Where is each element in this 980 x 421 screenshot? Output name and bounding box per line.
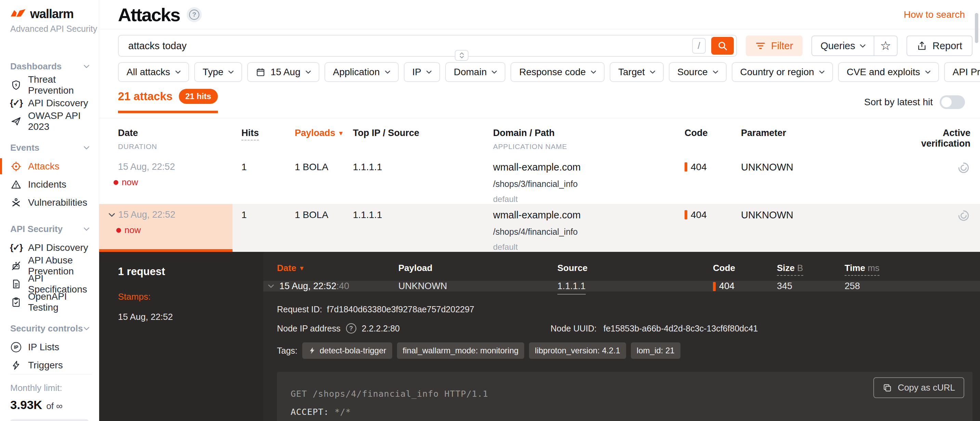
page-title: Attacks: [118, 4, 180, 25]
hits-badge: 21 hits: [179, 89, 218, 104]
tags-label: Tags:: [277, 346, 298, 356]
sidebar-item-api-discovery-2[interactable]: {✓} API Discovery: [10, 238, 99, 257]
sort-toggle-label: Sort by latest hit: [864, 97, 933, 108]
filter-chip-application[interactable]: Application: [325, 62, 399, 82]
requests-count: 1 request: [118, 265, 263, 278]
filter-chip-api-protocols[interactable]: API Protocols: [944, 62, 980, 82]
attack-row-1[interactable]: 15 Aug, 22:52 now 1 1 BOLA 1.1.1.1 wmall…: [99, 156, 980, 204]
col-request-size[interactable]: Size B: [777, 263, 803, 276]
help-icon[interactable]: ?: [187, 7, 202, 22]
request-row[interactable]: 15 Aug, 22:52:40 UNKNOWN 1.1.1.1 404 345…: [263, 281, 980, 291]
tag-final-wallarm-mode[interactable]: final_wallarm_mode: monitoring: [397, 342, 525, 359]
col-code: Code: [684, 128, 708, 138]
active-verification-icon[interactable]: [958, 156, 980, 204]
sidebar-item-attacks[interactable]: Attacks: [10, 157, 99, 175]
sidebar-item-threat-prevention[interactable]: Threat Prevention: [10, 76, 99, 94]
collapse-chevron-icon[interactable]: [268, 284, 274, 288]
chevron-down-icon: [492, 70, 497, 74]
filter-chip-target[interactable]: Target: [610, 62, 664, 82]
sidebar-item-owasp-api-2023[interactable]: OWASP API 2023: [10, 112, 99, 130]
sidebar-item-vulnerabilities[interactable]: Vulnerabilities: [10, 194, 99, 211]
attack-top-ip: 1.1.1.1: [349, 204, 485, 252]
http-request-line: GET /shops/4/financial_info HTTP/1.1: [291, 389, 488, 399]
question-circle-icon[interactable]: ?: [346, 323, 356, 334]
sidebar-item-incidents[interactable]: Incidents: [10, 175, 99, 194]
attacks-table-header: Date DURATION Hits Payloads ▼ Top IP / S…: [99, 118, 980, 156]
attack-code: 404: [677, 156, 733, 204]
ip-circle-icon: IP: [10, 342, 22, 353]
page-scrollbar-thumb[interactable]: [975, 13, 978, 43]
stamps-label[interactable]: Stamps:: [118, 291, 263, 302]
collapse-chevron-icon[interactable]: [109, 213, 115, 217]
col-payloads-sorted[interactable]: Payloads ▼: [295, 128, 344, 138]
export-icon: [917, 41, 927, 51]
tag-libproton-version[interactable]: libproton_version: 4.2.1: [529, 342, 626, 359]
search-toolbar: / Filter Queries ☆ Report: [99, 29, 980, 57]
filter-chip-response-code[interactable]: Response code: [511, 62, 605, 82]
filter-chip-domain[interactable]: Domain: [445, 62, 505, 82]
active-verification-icon[interactable]: [958, 204, 980, 252]
monthly-limit-panel: Monthly limit: 3.93K of ∞: [10, 374, 92, 421]
results-summary-row: 21 attacks 21 hits Sort by latest hit: [99, 87, 980, 118]
live-dot-icon: [113, 180, 118, 185]
filter-chip-source[interactable]: Source: [669, 62, 727, 82]
section-events[interactable]: Events: [10, 138, 99, 157]
section-api-security[interactable]: API Security: [10, 220, 99, 238]
attacks-count-tab[interactable]: 21 attacks 21 hits: [118, 89, 218, 113]
search-resize-handle[interactable]: [455, 50, 468, 61]
filter-chip-cve[interactable]: CVE and exploits: [838, 62, 939, 82]
wallarm-logo[interactable]: wallarm: [10, 7, 99, 21]
col-request-time[interactable]: Time ms: [845, 263, 880, 276]
section-dashboards[interactable]: Dashboards: [10, 57, 99, 76]
tag-detect-bola-trigger[interactable]: detect-bola-trigger: [302, 342, 392, 359]
search-box: /: [118, 35, 737, 57]
chevron-down-icon: [925, 70, 931, 74]
sidebar-item-api-discovery[interactable]: {✓} API Discovery: [10, 94, 99, 112]
attack-path: /shops/4/financial_info: [485, 227, 677, 237]
col-request-source: Source: [557, 263, 713, 273]
sort-by-latest-hit-toggle[interactable]: [940, 95, 965, 109]
paper-plane-icon: [10, 116, 22, 127]
attack-row-2-selected[interactable]: 15 Aug, 22:52 now 1 1 BOLA 1.1.1.1 wmall…: [99, 204, 980, 252]
sidebar: wallarm Advanced API Security Dashboards…: [0, 0, 99, 421]
queries-button[interactable]: Queries: [812, 36, 874, 56]
copy-as-curl-button[interactable]: Copy as cURL: [873, 377, 964, 398]
report-button[interactable]: Report: [907, 35, 972, 56]
filter-chips-row: All attacks Type 15 Aug Application IP D…: [99, 57, 980, 82]
col-request-code: Code: [713, 263, 777, 273]
search-input[interactable]: [128, 40, 692, 52]
filter-chip-date[interactable]: 15 Aug: [247, 62, 319, 82]
chevron-down-icon: [713, 70, 718, 74]
search-button[interactable]: [711, 37, 734, 55]
section-security-controls[interactable]: Security controls: [10, 319, 99, 338]
freshness-indicator: now: [113, 177, 232, 187]
attack-payloads: 1 BOLA: [291, 156, 349, 204]
col-application-name: APPLICATION NAME: [493, 143, 677, 151]
col-request-date-sorted[interactable]: Date ▼: [263, 263, 398, 273]
sidebar-item-api-specifications[interactable]: API Specifications: [10, 275, 99, 293]
favorite-star-button[interactable]: ☆: [874, 36, 897, 56]
attack-path: /shops/3/financial_info: [485, 179, 677, 189]
sidebar-item-api-abuse-prevention[interactable]: API Abuse Prevention: [10, 257, 99, 275]
filter-chip-country[interactable]: Country or region: [732, 62, 833, 82]
filter-chip-ip[interactable]: IP: [404, 62, 440, 82]
stamp-value: 15 Aug, 22:52: [118, 311, 263, 322]
chevron-down-icon: [84, 327, 89, 330]
sidebar-item-triggers[interactable]: Triggers: [10, 356, 99, 374]
copy-icon: [883, 383, 892, 392]
chevron-down-icon: [385, 70, 390, 74]
sidebar-item-openapi-testing[interactable]: OpenAPI Testing: [10, 293, 99, 311]
col-hits[interactable]: Hits: [242, 128, 259, 140]
col-parameter: Parameter: [741, 128, 786, 138]
request-details-sidebar: 1 request Stamps: 15 Aug, 22:52: [99, 252, 263, 421]
requests-table-header: Date ▼ Payload Source Code Size B Time m…: [263, 252, 980, 281]
sidebar-item-ip-lists[interactable]: IP IP Lists: [10, 338, 99, 356]
filter-chip-all-attacks[interactable]: All attacks: [118, 62, 189, 82]
filter-chip-type[interactable]: Type: [194, 62, 242, 82]
filter-button[interactable]: Filter: [746, 35, 803, 56]
main-content: Attacks ? How to search / Filter Queries: [99, 0, 980, 421]
tag-lom-id[interactable]: lom_id: 21: [631, 342, 681, 359]
lightning-icon: [10, 359, 22, 371]
calendar-icon: [256, 67, 265, 77]
how-to-search-link[interactable]: How to search: [904, 9, 965, 20]
